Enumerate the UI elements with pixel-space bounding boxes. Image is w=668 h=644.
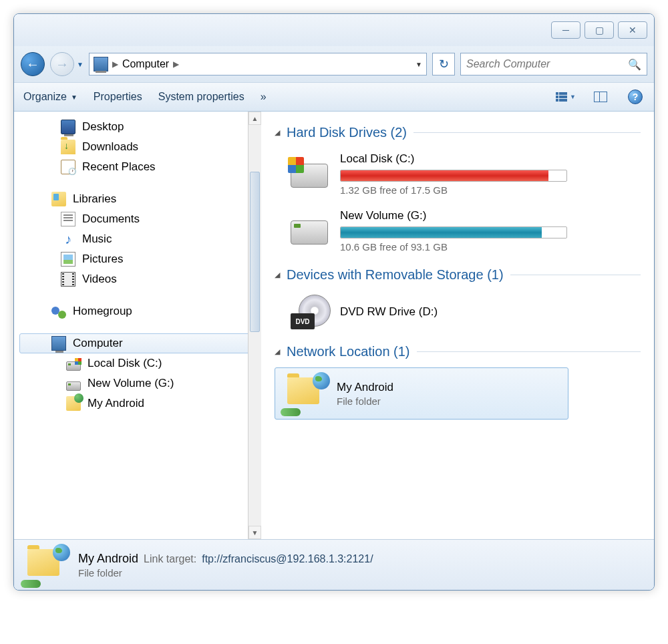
hard-drive-icon — [291, 157, 331, 192]
sidebar-item-computer[interactable]: Computer — [19, 333, 256, 353]
sidebar-item-videos[interactable]: Videos — [14, 269, 261, 289]
navigation-bar: ← → ▼ ▶ Computer ▶ ▼ ↻ 🔍 — [14, 46, 654, 82]
sidebar-item-label: My Android — [88, 397, 144, 410]
sidebar-item-new-volume-g[interactable]: New Volume (G:) — [14, 373, 261, 393]
sidebar-item-documents[interactable]: Documents — [14, 209, 261, 229]
explorer-window: ─ ▢ ✕ ← → ▼ ▶ Computer ▶ ▼ ↻ 🔍 Organize▼… — [13, 13, 655, 591]
collapse-icon[interactable]: ◢ — [275, 347, 280, 356]
breadcrumb-separator-icon[interactable]: ▶ — [173, 59, 179, 69]
scroll-thumb[interactable] — [250, 172, 260, 332]
properties-button[interactable]: Properties — [94, 91, 142, 103]
network-folder-icon — [66, 396, 81, 411]
nav-history-dropdown[interactable]: ▼ — [77, 61, 84, 68]
sidebar-item-label: New Volume (G:) — [88, 377, 174, 390]
search-input[interactable] — [466, 58, 628, 70]
sidebar-item-label: Recent Places — [82, 160, 156, 174]
sidebar-item-label: Computer — [73, 337, 123, 350]
view-options-button[interactable]: ▼ — [556, 88, 575, 106]
videos-icon — [61, 272, 75, 287]
capacity-fill — [341, 227, 542, 238]
help-icon: ? — [628, 90, 643, 104]
documents-icon — [61, 212, 75, 226]
toolbar-overflow[interactable]: » — [261, 91, 267, 103]
network-folder-icon — [25, 546, 67, 584]
sidebar-item-downloads[interactable]: Downloads — [14, 137, 261, 157]
breadcrumb-location[interactable]: Computer — [122, 58, 169, 70]
group-title: Hard Disk Drives (2) — [287, 125, 407, 140]
search-icon[interactable]: 🔍 — [628, 58, 641, 71]
dvd-drive-icon: DVD — [291, 295, 331, 329]
sidebar-item-pictures[interactable]: Pictures — [14, 249, 261, 269]
search-box[interactable]: 🔍 — [460, 53, 647, 75]
scroll-down-icon[interactable]: ▼ — [248, 526, 261, 539]
computer-icon — [94, 57, 108, 71]
refresh-button[interactable]: ↻ — [432, 53, 455, 75]
preview-pane-button[interactable] — [591, 88, 610, 106]
network-item-type: File folder — [337, 395, 393, 407]
disk-icon — [66, 361, 81, 371]
details-pane: My Android Link target: ftp://zfranciscu… — [14, 539, 654, 590]
toolbar: Organize▼ Properties System properties »… — [14, 82, 654, 112]
forward-button[interactable]: → — [50, 52, 74, 76]
drive-item-new-volume-g[interactable]: New Volume (G:) 10.6 GB free of 93.1 GB — [275, 205, 641, 262]
minimize-button[interactable]: ─ — [551, 21, 580, 39]
status-link-value: ftp://zfranciscus@192.168.1.3:2121/ — [202, 553, 373, 565]
scroll-up-icon[interactable]: ▲ — [248, 112, 261, 125]
sidebar-item-libraries[interactable]: Libraries — [14, 189, 261, 209]
network-item-my-android[interactable]: My Android File folder — [275, 367, 568, 420]
maximize-button[interactable]: ▢ — [584, 21, 614, 39]
device-name: DVD RW Drive (D:) — [340, 305, 438, 319]
pictures-icon — [61, 252, 75, 267]
sidebar-item-local-disk-c[interactable]: Local Disk (C:) — [14, 353, 261, 373]
file-view: ◢ Hard Disk Drives (2) Local Disk (C:) 1… — [261, 112, 654, 539]
sidebar-item-recent[interactable]: Recent Places — [14, 157, 261, 177]
address-dropdown-icon[interactable]: ▼ — [415, 61, 422, 68]
drive-item-local-disk-c[interactable]: Local Disk (C:) 1.32 GB free of 17.5 GB — [275, 148, 641, 205]
capacity-fill — [341, 170, 548, 181]
group-header-network[interactable]: ◢ Network Location (1) — [275, 344, 641, 359]
chevron-down-icon: ▼ — [71, 94, 77, 101]
status-item-name: My Android — [78, 552, 138, 566]
drive-capacity-text: 1.32 GB free of 17.5 GB — [340, 184, 634, 196]
back-button[interactable]: ← — [21, 52, 45, 76]
view-icon — [556, 92, 567, 102]
close-button[interactable]: ✕ — [618, 21, 647, 39]
group-header-removable[interactable]: ◢ Devices with Removable Storage (1) — [275, 267, 641, 283]
sidebar-item-music[interactable]: ♪ Music — [14, 229, 261, 249]
help-button[interactable]: ? — [626, 88, 645, 106]
music-icon: ♪ — [61, 232, 75, 247]
sidebar-item-label: Downloads — [82, 140, 138, 154]
group-header-hdd[interactable]: ◢ Hard Disk Drives (2) — [275, 125, 641, 140]
sidebar-item-homegroup[interactable]: Homegroup — [14, 301, 261, 321]
hard-drive-icon — [291, 214, 331, 249]
sidebar-scrollbar[interactable]: ▲ ▼ — [248, 112, 261, 539]
status-item-type: File folder — [78, 567, 373, 579]
address-bar[interactable]: ▶ Computer ▶ ▼ — [89, 53, 427, 75]
content-area: Desktop Downloads Recent Places Librarie… — [14, 112, 654, 539]
capacity-bar — [340, 170, 567, 182]
collapse-icon[interactable]: ◢ — [275, 128, 280, 137]
collapse-icon[interactable]: ◢ — [275, 271, 280, 279]
capacity-bar — [340, 226, 567, 238]
sidebar-item-desktop[interactable]: Desktop — [14, 117, 261, 137]
breadcrumb-separator-icon: ▶ — [112, 59, 118, 69]
divider — [417, 351, 641, 352]
sidebar-item-label: Pictures — [82, 253, 123, 266]
sidebar-item-label: Videos — [82, 273, 117, 286]
titlebar: ─ ▢ ✕ — [14, 14, 654, 46]
downloads-icon — [61, 140, 75, 154]
sidebar-item-label: Music — [82, 232, 112, 246]
homegroup-icon — [51, 304, 66, 319]
system-properties-button[interactable]: System properties — [158, 91, 244, 103]
sidebar-item-label: Libraries — [73, 192, 116, 206]
sidebar-item-label: Desktop — [82, 120, 124, 134]
status-link-label: Link target: — [144, 553, 196, 565]
sidebar-item-my-android[interactable]: My Android — [14, 393, 261, 414]
drive-name: New Volume (G:) — [340, 209, 634, 222]
recent-places-icon — [61, 160, 75, 174]
divider — [510, 275, 641, 275]
group-title: Devices with Removable Storage (1) — [287, 267, 504, 283]
organize-menu[interactable]: Organize▼ — [23, 91, 77, 103]
drive-item-dvd[interactable]: DVD DVD RW Drive (D:) — [275, 291, 641, 339]
disk-icon — [66, 381, 81, 391]
